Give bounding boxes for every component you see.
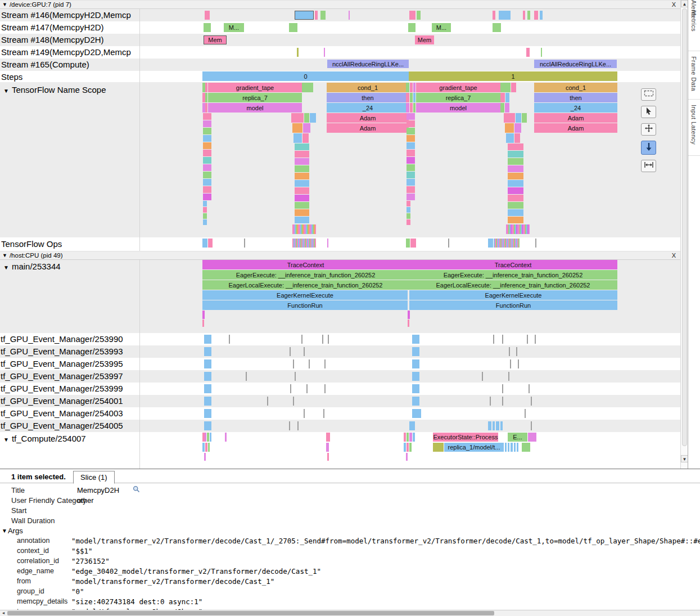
track-label[interactable]: ▼tf_Compute/254007 xyxy=(3,434,142,443)
trace-event[interactable]: TraceContext xyxy=(202,260,409,269)
trace-event[interactable] xyxy=(295,217,309,223)
trace-event[interactable]: M... xyxy=(224,23,244,32)
trace-event[interactable] xyxy=(505,103,509,113)
trace-event[interactable] xyxy=(229,335,230,344)
trace-event[interactable] xyxy=(205,11,210,20)
trace-event[interactable] xyxy=(496,421,499,430)
trace-event[interactable] xyxy=(410,103,413,113)
trace-event[interactable] xyxy=(295,11,314,20)
trace-event[interactable]: 0 xyxy=(202,71,409,81)
magnifier-icon[interactable] xyxy=(133,485,140,495)
trace-event[interactable] xyxy=(407,142,415,149)
trace-event[interactable] xyxy=(412,347,419,356)
trace-event[interactable] xyxy=(306,384,308,393)
trace-event[interactable] xyxy=(302,83,313,92)
trace-event[interactable] xyxy=(528,433,536,442)
trace-event[interactable]: EagerExecute: __inference_train_function… xyxy=(202,270,409,280)
trace-event[interactable]: Adam xyxy=(534,123,617,133)
trace-event[interactable] xyxy=(406,239,410,248)
trace-event[interactable] xyxy=(413,83,416,92)
trace-event[interactable] xyxy=(301,335,302,344)
trace-event[interactable] xyxy=(407,172,415,178)
trace-event[interactable] xyxy=(407,186,415,193)
trace-event[interactable] xyxy=(290,347,291,356)
timeline-canvas[interactable]: M...M...MemMemncclAllReduceRingLLKe...nc… xyxy=(0,0,680,469)
args-header[interactable]: ▼ Args xyxy=(0,525,700,536)
trace-event[interactable] xyxy=(508,443,509,452)
trace-event[interactable] xyxy=(204,397,211,406)
trace-event[interactable] xyxy=(448,239,449,248)
trace-event[interactable] xyxy=(324,48,325,57)
timing-tool-button[interactable] xyxy=(641,160,656,172)
trace-event[interactable] xyxy=(526,48,530,57)
trace-event[interactable] xyxy=(516,113,521,123)
trace-event[interactable] xyxy=(203,150,211,156)
trace-event[interactable]: then xyxy=(534,93,617,102)
collapse-icon[interactable]: ▼ xyxy=(2,2,7,7)
trace-event[interactable] xyxy=(407,150,415,156)
trace-event[interactable] xyxy=(527,11,530,20)
vertical-scrollbar[interactable]: ▲ ▼ xyxy=(680,0,688,469)
trace-event[interactable] xyxy=(203,186,211,193)
trace-event[interactable] xyxy=(293,359,294,368)
trace-event[interactable] xyxy=(315,11,318,20)
trace-event[interactable] xyxy=(324,384,326,393)
trace-event[interactable] xyxy=(508,217,523,223)
trace-event[interactable] xyxy=(412,409,421,418)
horizontal-scroll-thumb[interactable] xyxy=(7,611,494,615)
trace-event[interactable]: 1 xyxy=(409,71,617,81)
trace-event[interactable] xyxy=(293,133,302,143)
trace-event[interactable] xyxy=(291,113,304,123)
trace-event[interactable] xyxy=(488,421,491,430)
trace-event[interactable] xyxy=(509,347,510,356)
trace-event[interactable] xyxy=(225,433,227,442)
trace-event[interactable] xyxy=(246,372,247,381)
trace-event[interactable] xyxy=(295,165,309,172)
trace-event[interactable] xyxy=(203,194,211,200)
trace-event[interactable] xyxy=(407,433,409,442)
trace-event[interactable] xyxy=(289,23,297,32)
trace-event[interactable] xyxy=(522,113,527,123)
trace-event[interactable] xyxy=(295,202,309,209)
trace-event[interactable] xyxy=(407,443,409,452)
trace-event[interactable] xyxy=(500,103,504,113)
trace-event[interactable]: EagerExecute: __inference_train_function… xyxy=(409,270,617,280)
trace-event[interactable] xyxy=(205,93,207,102)
trace-event[interactable]: EagerKernelExecute xyxy=(202,290,408,300)
trace-event[interactable] xyxy=(505,93,509,102)
trace-event[interactable] xyxy=(295,209,309,216)
trace-event[interactable] xyxy=(202,239,207,248)
trace-event[interactable] xyxy=(407,179,415,186)
trace-event[interactable] xyxy=(208,443,210,452)
collapse-icon[interactable]: ▼ xyxy=(3,437,9,443)
trace-event[interactable] xyxy=(204,409,211,418)
pan-tool-button[interactable] xyxy=(641,123,656,136)
trace-event[interactable] xyxy=(493,421,495,430)
zoom-tool-button[interactable] xyxy=(641,141,656,155)
trace-event[interactable] xyxy=(323,409,324,418)
trace-event[interactable] xyxy=(407,164,415,171)
track-label[interactable]: ▼TensorFlow Name Scope xyxy=(3,85,142,95)
trace-event[interactable] xyxy=(204,359,211,368)
trace-event[interactable] xyxy=(499,11,511,20)
trace-event[interactable]: cond_1 xyxy=(327,83,409,92)
trace-event[interactable] xyxy=(205,103,207,113)
trace-event[interactable] xyxy=(293,397,294,406)
trace-event[interactable] xyxy=(535,239,536,248)
trace-event[interactable] xyxy=(407,194,415,200)
tab-alerts[interactable]: Alerts xyxy=(690,0,697,17)
trace-event[interactable] xyxy=(203,128,211,134)
trace-event[interactable] xyxy=(203,164,211,171)
trace-event-cluster[interactable] xyxy=(506,224,530,234)
trace-event[interactable] xyxy=(531,397,532,406)
trace-event-cluster[interactable] xyxy=(292,239,316,248)
trace-event[interactable] xyxy=(309,359,310,368)
collapse-icon[interactable]: ▼ xyxy=(2,528,7,534)
trace-event[interactable] xyxy=(413,433,415,442)
trace-event[interactable] xyxy=(409,433,412,442)
trace-event[interactable] xyxy=(407,128,415,134)
trace-event[interactable] xyxy=(508,143,523,150)
trace-event[interactable] xyxy=(295,151,309,158)
trace-event[interactable] xyxy=(205,433,206,442)
select-tool-button[interactable] xyxy=(641,106,656,118)
